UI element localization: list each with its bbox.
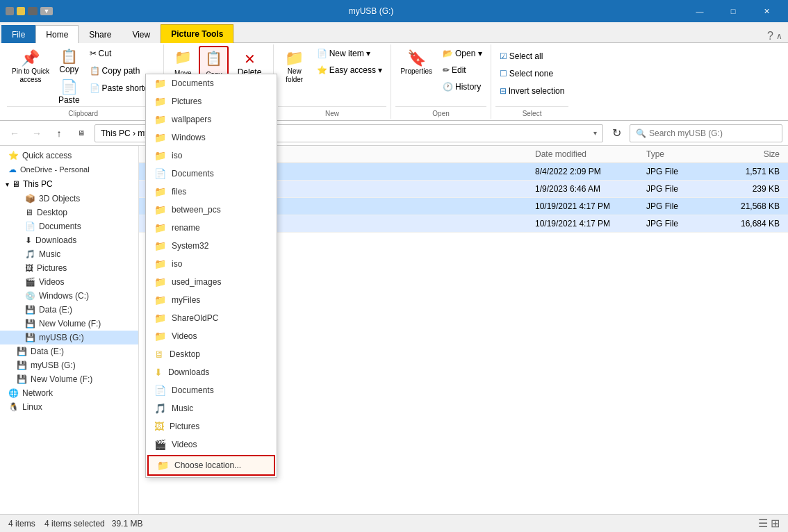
ribbon: 📌 Pin to Quick access 📋 Copy 📄 Paste <box>0 43 788 121</box>
forward-button[interactable]: → <box>28 124 46 142</box>
paste-icon: 📄 <box>60 78 78 95</box>
sidebar-item-myusb-g[interactable]: 💾 myUSB (G:) <box>0 331 138 344</box>
dropdown-item-documents-3[interactable]: 📄 Documents <box>146 381 277 399</box>
history-button[interactable]: 🕐 History <box>438 79 486 94</box>
dropdown-item-iso-2[interactable]: 📁 iso <box>146 255 277 273</box>
app-icon-1 <box>6 7 14 15</box>
sidebar-item-documents[interactable]: 📄 Documents <box>0 219 138 233</box>
tab-manage[interactable]: Picture Tools <box>161 24 233 44</box>
folder-icon-0: 📁 <box>154 78 166 89</box>
copy-button[interactable]: 📋 Copy <box>56 46 83 76</box>
file-date-1: 1/9/2023 6:46 AM <box>532 183 643 195</box>
dropdown-item-myfiles[interactable]: 📁 myFiles <box>146 291 277 309</box>
tab-file[interactable]: File <box>1 25 35 44</box>
sidebar-item-music[interactable]: 🎵 Music <box>0 247 138 261</box>
sidebar-item-network[interactable]: 🌐 Network <box>0 386 138 400</box>
search-icon: 🔍 <box>636 128 646 138</box>
easy-access-button[interactable]: ⭐ Easy access ▾ <box>313 63 387 78</box>
dropdown-item-videos-2[interactable]: 🎬 Videos <box>146 435 277 454</box>
delete-icon: ✕ <box>244 51 256 67</box>
recent-button[interactable]: 🖥 <box>72 124 90 142</box>
dropdown-item-windows[interactable]: 📁 Windows <box>146 128 277 147</box>
list-view-icon[interactable]: ☰ <box>758 517 768 530</box>
sidebar-item-new-volume-f[interactable]: 💾 New Volume (F:) <box>0 317 138 331</box>
new-item-button[interactable]: 📄 New item ▾ <box>313 46 387 61</box>
new-folder-button[interactable]: 📁 New folder <box>278 46 311 88</box>
dropdown-item-documents-1[interactable]: 📁 Documents <box>146 74 277 92</box>
folder-icon-6: 📁 <box>154 186 166 197</box>
col-type-header[interactable]: Type <box>643 148 713 160</box>
tab-view[interactable]: View <box>122 25 161 44</box>
dropdown-item-files[interactable]: 📁 files <box>146 183 277 201</box>
file-size-1: 239 KB <box>713 183 782 195</box>
dropdown-item-downloads[interactable]: ⬇ Downloads <box>146 363 277 381</box>
edit-button[interactable]: ✏ Edit <box>438 63 486 78</box>
chevron-down-icon: ▾ <box>6 181 9 188</box>
dropdown-item-videos[interactable]: 📁 Videos <box>146 327 277 345</box>
cut-button[interactable]: ✂ Cut <box>85 46 160 61</box>
desktop-icon: 🖥 <box>25 208 33 217</box>
up-button[interactable]: ↑ <box>50 124 68 142</box>
back-button[interactable]: ← <box>6 124 24 142</box>
status-bar: 4 items 4 items selected 39.1 MB ☰ ⊞ <box>0 514 788 532</box>
file-size-0: 1,571 KB <box>713 165 782 178</box>
pin-to-quick-access-button[interactable]: 📌 Pin to Quick access <box>7 46 54 88</box>
history-icon: 🕐 <box>443 82 453 92</box>
folder-icon-12: 📁 <box>154 294 166 306</box>
sidebar-item-data-e-2[interactable]: 💾 Data (E:) <box>0 344 138 358</box>
dropdown-item-documents-2[interactable]: 📄 Documents <box>146 165 277 183</box>
sidebar-item-desktop[interactable]: 🖥 Desktop <box>0 206 138 219</box>
expand-ribbon-icon[interactable]: ∧ <box>776 31 782 41</box>
dropdown-item-music[interactable]: 🎵 Music <box>146 399 277 417</box>
sidebar-item-videos[interactable]: 🎬 Videos <box>0 275 138 289</box>
close-button[interactable]: ✕ <box>750 0 782 22</box>
sidebar-item-onedrive[interactable]: ☁ OneDrive - Personal <box>0 163 138 176</box>
dropdown-item-system32[interactable]: 📁 System32 <box>146 237 277 255</box>
sidebar-item-myusb-g-2[interactable]: 💾 myUSB (G:) <box>0 358 138 372</box>
drive-e2-icon: 💾 <box>17 347 27 356</box>
maximize-button[interactable]: □ <box>717 0 749 22</box>
folder-icon-17: 📄 <box>154 385 166 396</box>
minimize-button[interactable]: — <box>684 0 716 22</box>
sidebar-item-data-e[interactable]: 💾 Data (E:) <box>0 303 138 317</box>
sidebar-item-pictures[interactable]: 🖼 Pictures <box>0 261 138 275</box>
sidebar-item-this-pc[interactable]: ▾ 🖥 This PC <box>0 176 138 192</box>
folder-icon-20: 🎬 <box>154 439 166 450</box>
open-icon: 📂 <box>443 49 453 58</box>
folder-icon-16: ⬇ <box>154 367 163 378</box>
refresh-button[interactable]: ↻ <box>607 124 625 142</box>
dropdown-item-rename[interactable]: 📁 rename <box>146 219 277 237</box>
dropdown-item-shareoldpc[interactable]: 📁 ShareOldPC <box>146 309 277 327</box>
sidebar-item-quick-access[interactable]: ⭐ Quick access <box>0 149 138 163</box>
sidebar-item-linux[interactable]: 🐧 Linux <box>0 400 138 414</box>
help-icon[interactable]: ? <box>767 30 773 42</box>
search-box[interactable]: 🔍 <box>630 124 782 142</box>
sidebar-item-windows-c[interactable]: 💿 Windows (C:) <box>0 289 138 303</box>
sidebar-item-3dobjects[interactable]: 📦 3D Objects <box>0 192 138 206</box>
dropdown-item-pictures-2[interactable]: 🖼 Pictures <box>146 417 277 435</box>
choose-location-button[interactable]: 📁 Choose location... <box>147 455 275 476</box>
col-date-header[interactable]: Date modified <box>532 148 643 160</box>
invert-selection-button[interactable]: ⊟ Invert selection <box>495 83 569 99</box>
sidebar-item-downloads[interactable]: ⬇ Downloads <box>0 233 138 247</box>
open-button[interactable]: 📂 Open ▾ <box>438 46 486 61</box>
select-none-button[interactable]: ☐ Select none <box>495 66 569 81</box>
tab-home[interactable]: Home <box>35 25 79 44</box>
select-all-button[interactable]: ☑ Select all <box>495 49 569 64</box>
dropdown-item-wallpapers[interactable]: 📁 wallpapers <box>146 110 277 128</box>
col-size-header[interactable]: Size <box>713 148 782 160</box>
dropdown-item-iso-1[interactable]: 📁 iso <box>146 147 277 165</box>
grid-view-icon[interactable]: ⊞ <box>771 517 780 530</box>
properties-button[interactable]: 🔖 Properties <box>395 46 437 78</box>
paste-button[interactable]: 📄 Paste <box>56 77 83 106</box>
open-label: Open <box>395 106 486 117</box>
dropdown-item-pictures[interactable]: 📁 Pictures <box>146 92 277 110</box>
dropdown-item-desktop[interactable]: 🖥 Desktop <box>146 345 277 363</box>
dropdown-item-between-pcs[interactable]: 📁 between_pcs <box>146 201 277 219</box>
sidebar-item-new-volume-f-2[interactable]: 💾 New Volume (F:) <box>0 372 138 386</box>
search-input[interactable] <box>649 128 760 138</box>
tab-share[interactable]: Share <box>79 25 122 44</box>
main-content: ⭐ Quick access ☁ OneDrive - Personal ▾ 🖥… <box>0 146 788 532</box>
dropdown-item-used-images[interactable]: 📁 used_images <box>146 273 277 291</box>
path-chevron: ▾ <box>593 129 597 137</box>
